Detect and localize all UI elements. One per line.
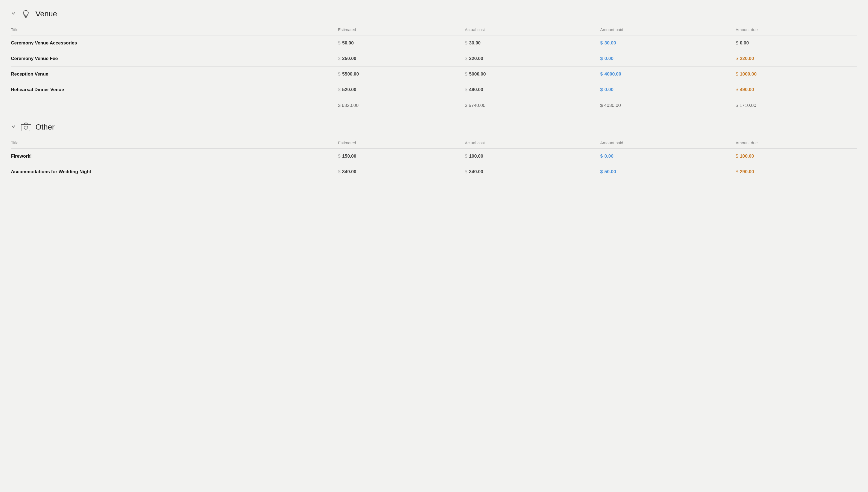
heart-box-icon [20,121,32,133]
section-title: Other [35,123,54,131]
table-row: Accommodations for Wedding Night$340.00$… [11,164,857,180]
currency-symbol: $ [736,40,738,46]
currency-symbol: $ [465,56,467,62]
due-amount: 1000.00 [740,71,757,77]
amount-due-value: $100.00 [730,149,857,164]
col-header-amount_due: Amount due [730,25,857,35]
col-header-amount_paid: Amount paid [595,25,730,35]
section-title: Venue [35,9,57,18]
actual-cost-value: $30.00 [460,35,595,51]
estimated-amount: 340.00 [342,169,356,175]
lightbulb-icon [20,8,32,20]
due-amount: 100.00 [740,153,754,159]
table-row: Firework!$150.00$100.00$0.00$100.00 [11,149,857,164]
currency-symbol: $ [465,71,467,77]
amount-paid-value: $30.00 [595,35,730,51]
paid-amount: 0.00 [604,87,614,93]
estimated-amount: 150.00 [342,153,356,159]
actual-cost-value: $340.00 [460,164,595,180]
currency-symbol: $ [600,87,602,93]
table-row: Reception Venue$5500.00$5000.00$4000.00$… [11,67,857,82]
svg-point-11 [26,18,26,18]
table-row: Ceremony Venue Accessories$50.00$30.00$3… [11,35,857,51]
paid-amount: 0.00 [604,56,614,62]
currency-symbol: $ [465,169,467,175]
amount-due-value: $220.00 [730,51,857,67]
row-title: Reception Venue [11,67,332,82]
table-row: Ceremony Venue Fee$250.00$220.00$0.00$22… [11,51,857,67]
col-header-estimated: Estimated [332,138,460,149]
due-amount: 0.00 [740,40,749,46]
row-title: Ceremony Venue Accessories [11,35,332,51]
col-header-title: Title [11,25,332,35]
currency-symbol: $ [600,153,602,159]
amount-paid-value: $0.00 [595,51,730,67]
svg-point-0 [23,10,28,15]
estimated-amount: 520.00 [342,87,356,93]
svg-line-10 [28,15,28,15]
paid-amount: 4000.00 [604,71,621,77]
col-header-actual_cost: Actual cost [460,138,595,149]
due-amount: 290.00 [740,169,754,175]
totals-label-empty [11,97,332,113]
amount-due-value: $290.00 [730,164,857,180]
actual-amount: 100.00 [469,153,483,159]
estimated-value: $250.00 [332,51,460,67]
row-title: Firework! [11,149,332,164]
svg-line-9 [24,15,24,15]
total-actual_cost: $ 5740.00 [460,97,595,113]
amount-paid-value: $0.00 [595,82,730,98]
currency-symbol: $ [465,40,467,46]
section-header-other[interactable]: Other [11,121,857,133]
estimated-value: $150.00 [332,149,460,164]
currency-symbol: $ [465,153,467,159]
chevron-down-icon[interactable] [11,124,16,130]
section-header-venue[interactable]: Venue [11,8,857,20]
actual-cost-value: $220.00 [460,51,595,67]
amount-due-value: $1000.00 [730,67,857,82]
chevron-down-icon[interactable] [11,11,16,17]
totals-row: $ 6320.00$ 5740.00$ 4030.00$ 1710.00 [11,97,857,113]
currency-symbol: $ [600,169,602,175]
due-amount: 490.00 [740,87,754,93]
currency-symbol: $ [736,169,738,175]
actual-cost-value: $5000.00 [460,67,595,82]
section-venue: VenueTitleEstimatedActual costAmount pai… [11,8,857,113]
currency-symbol: $ [600,40,602,46]
row-title: Accommodations for Wedding Night [11,164,332,180]
row-title: Ceremony Venue Fee [11,51,332,67]
section-other: OtherTitleEstimatedActual costAmount pai… [11,121,857,179]
due-amount: 220.00 [740,56,754,62]
estimated-value: $520.00 [332,82,460,98]
actual-amount: 220.00 [469,56,483,62]
total-estimated: $ 6320.00 [332,97,460,113]
actual-cost-value: $490.00 [460,82,595,98]
actual-amount: 5000.00 [469,71,486,77]
estimated-value: $50.00 [332,35,460,51]
svg-line-5 [24,11,24,11]
amount-paid-value: $50.00 [595,164,730,180]
actual-amount: 340.00 [469,169,483,175]
amount-paid-value: $0.00 [595,149,730,164]
paid-amount: 50.00 [604,169,616,175]
currency-symbol: $ [736,71,738,77]
currency-symbol: $ [338,56,341,62]
actual-amount: 30.00 [469,40,481,46]
currency-symbol: $ [736,153,738,159]
currency-symbol: $ [600,56,602,62]
svg-rect-12 [22,124,30,131]
col-header-title: Title [11,138,332,149]
currency-symbol: $ [600,71,602,77]
estimated-value: $340.00 [332,164,460,180]
currency-symbol: $ [465,87,467,93]
total-amount_paid: $ 4030.00 [595,97,730,113]
actual-amount: 490.00 [469,87,483,93]
total-amount_due: $ 1710.00 [730,97,857,113]
amount-paid-value: $4000.00 [595,67,730,82]
table-row: Rehearsal Dinner Venue$520.00$490.00$0.0… [11,82,857,98]
estimated-amount: 5500.00 [342,71,359,77]
actual-cost-value: $100.00 [460,149,595,164]
currency-symbol: $ [338,169,341,175]
amount-due-value: $490.00 [730,82,857,98]
col-header-amount_paid: Amount paid [595,138,730,149]
